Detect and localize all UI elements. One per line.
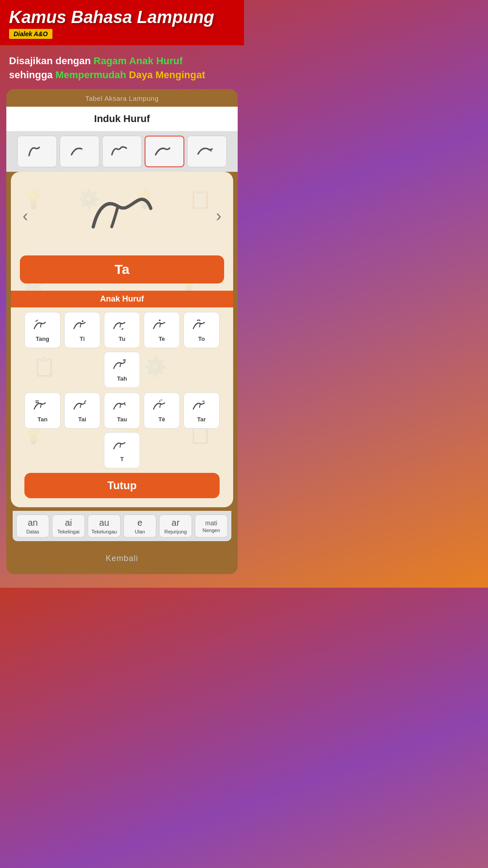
anak-cell-tah[interactable]: Tah	[104, 352, 140, 388]
subtitle-area: Disajikan dengan Ragam Anak Huruf sehing…	[0, 45, 244, 90]
anak-label-tang: Tang	[36, 335, 49, 342]
bc-label-tekelungau: Tekelungau	[91, 529, 117, 534]
anak-cell-tan[interactable]: Tan	[24, 392, 61, 429]
anak-label-te: Te	[159, 335, 165, 342]
anak-script-te	[151, 318, 172, 335]
app-title: Kamus Bahasa Lampung	[9, 8, 235, 27]
bottom-cell-ulan[interactable]: e Ulan	[123, 514, 156, 538]
anak-huruf-grid-2: Tan Tai	[11, 392, 233, 468]
bottom-cell-rejunjung[interactable]: ar Rejunjung	[159, 514, 192, 538]
anak-label-tar: Tar	[197, 416, 206, 423]
char-cell-5[interactable]	[187, 136, 227, 167]
bottom-cell-nengen[interactable]: mati Nengen	[195, 514, 228, 538]
next-char-button[interactable]: ›	[209, 207, 229, 226]
anak-cell-tai[interactable]: Tai	[64, 392, 100, 429]
main-character-display	[40, 185, 204, 246]
induk-huruf-bar: Induk Huruf	[6, 107, 238, 131]
bottom-cell-datas[interactable]: an Datas	[16, 514, 49, 538]
svg-point-2	[159, 401, 160, 402]
subtitle-orange2: Daya Mengingat	[129, 69, 205, 80]
anak-script-tau	[112, 399, 132, 415]
subtitle-normal1: Disajikan dengan	[9, 55, 94, 66]
anak-script-tah	[112, 358, 132, 374]
bc-label-rejunjung: Rejunjung	[164, 529, 187, 534]
card-header: Tabel Aksara Lampung	[6, 89, 238, 107]
anak-script-tu	[112, 318, 132, 335]
anak-script-tar	[191, 399, 212, 415]
anak-cell-te2[interactable]: Tè	[144, 392, 180, 429]
anak-script-tan	[32, 399, 53, 415]
bc-label-datas: Datas	[26, 529, 39, 534]
subtitle-green2: Mempermudah	[56, 69, 129, 80]
anak-script-to	[191, 318, 212, 335]
anak-huruf-grid: Tang Ti	[11, 312, 233, 388]
anak-cell-ti[interactable]: Ti	[64, 312, 100, 348]
subtitle-green1: Ragam Anak Huruf	[94, 55, 183, 66]
anak-label-to: To	[198, 335, 205, 342]
bottom-cell-tekelungau[interactable]: au Tekelungau	[88, 514, 121, 538]
anak-script-tai	[72, 399, 93, 415]
prev-char-button[interactable]: ‹	[15, 207, 35, 226]
anak-label-tan: Tan	[38, 416, 47, 423]
subtitle-line1: Disajikan dengan Ragam Anak Huruf	[9, 54, 235, 68]
char-cell-3[interactable]	[102, 136, 142, 167]
anak-cell-tar[interactable]: Tar	[183, 392, 220, 429]
anak-huruf-header: Anak Huruf	[11, 291, 233, 307]
popup-card: 💡 ⚙️ 💡 📋 ⚙️ 💡 📋 ⚙️ 💡 💡 📋 ‹	[11, 172, 233, 507]
popup-char-area: ‹ ›	[11, 172, 233, 255]
anak-script-te2	[151, 399, 172, 415]
bc-label-nengen: Nengen	[202, 528, 220, 533]
anak-cell-tu[interactable]: Tu	[104, 312, 140, 348]
anak-script-tang	[32, 318, 53, 335]
anak-cell-te[interactable]: Te	[144, 312, 180, 348]
svg-point-1	[159, 320, 161, 321]
char-cell-4[interactable]	[145, 136, 184, 167]
anak-label-tau: Tau	[117, 416, 127, 423]
anak-label-tai: Tai	[78, 416, 86, 423]
bc-script-tekelingai: ai	[65, 518, 72, 528]
char-cell-1[interactable]	[17, 136, 57, 167]
char-cell-2[interactable]	[60, 136, 99, 167]
bc-script-ulan: e	[137, 518, 142, 528]
anak-script-t	[112, 439, 132, 455]
bottom-cell-tekelingai[interactable]: ai Tekelingai	[52, 514, 85, 538]
anak-cell-t[interactable]: T	[104, 432, 140, 468]
anak-label-ti: Ti	[80, 335, 84, 342]
kembali-button[interactable]: Kembali	[13, 547, 231, 570]
current-char-label: Ta	[20, 255, 224, 283]
app-header: Kamus Bahasa Lampung Dialek A&O	[0, 0, 244, 45]
anak-cell-to[interactable]: To	[183, 312, 220, 348]
anak-label-tu: Tu	[119, 335, 126, 342]
dialect-badge: Dialek A&O	[9, 29, 52, 39]
bc-label-tekelingai: Tekelingai	[57, 529, 80, 534]
anak-cell-tau[interactable]: Tau	[104, 392, 140, 429]
bc-script-datas: an	[28, 518, 38, 528]
bc-script-tekelungau: au	[99, 518, 109, 528]
bc-script-nengen: mati	[205, 519, 217, 527]
anak-label-tah: Tah	[117, 375, 127, 382]
char-row-top	[6, 131, 238, 172]
main-card: Tabel Aksara Lampung Induk Huruf 💡 ⚙️ 💡 …	[6, 89, 238, 574]
tutup-button[interactable]: Tutup	[24, 473, 220, 498]
subtitle-line2: sehingga Mempermudah Daya Mengingat	[9, 68, 235, 82]
bc-script-rejunjung: ar	[172, 518, 180, 528]
bc-label-ulan: Ulan	[135, 529, 145, 534]
popup-inner: ‹ › Ta Anak Huruf	[11, 172, 233, 498]
anak-cell-tang[interactable]: Tang	[24, 312, 61, 348]
anak-label-t: T	[120, 456, 124, 462]
anak-label-te2: Tè	[158, 416, 165, 423]
bottom-row: an Datas ai Tekelingai au Tekelungau e U…	[13, 511, 231, 541]
svg-point-0	[82, 320, 84, 322]
subtitle-normal2: sehingga	[9, 69, 56, 80]
anak-script-ti	[72, 318, 93, 335]
